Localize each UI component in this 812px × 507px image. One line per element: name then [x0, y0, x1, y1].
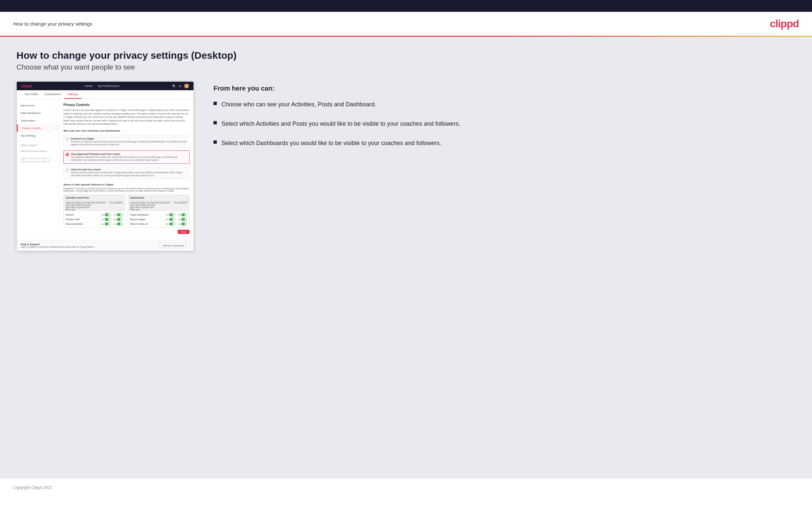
- radio-only-you-content: Only You and Your Coach Only you and the…: [71, 168, 187, 177]
- sidebar-item-subscription[interactable]: Subscription ›: [17, 117, 59, 124]
- manual-followers-track: [117, 223, 123, 225]
- bullet-icon: [213, 102, 217, 105]
- from-here-title: From here you can:: [213, 84, 796, 92]
- toggle-section-desc: Regardless of the privacy controls that …: [63, 187, 190, 192]
- player-followers-knob: [185, 214, 187, 216]
- radio-everyone[interactable]: Everyone on Clippd Everyone on Clippd ca…: [63, 135, 190, 148]
- toggle-row-player-dashboard: Player Dashboard ON ON: [130, 213, 187, 217]
- rounds-followers-track: [117, 213, 123, 216]
- rounds-followers-toggle[interactable]: ON: [113, 213, 123, 216]
- dashboards-panel-subheader: Select the types of activity that you'd …: [128, 201, 189, 211]
- what-to-work-label: What To Work On: [130, 223, 163, 225]
- sidebar-item-golf-bag[interactable]: My Golf Bag ›: [17, 132, 59, 139]
- activities-panel: Activities and Posts Select the types of…: [63, 194, 125, 228]
- sidebar-item-account[interactable]: My Account ›: [17, 102, 59, 109]
- player-coaches-track: [169, 213, 175, 216]
- activities-panel-subheader: Select the types of activity that you'd …: [64, 201, 125, 211]
- radio-followers-desc: Only approved followers and coaches you …: [71, 156, 187, 161]
- subnav-myprofile[interactable]: My Profile: [21, 90, 41, 99]
- radio-only-you-label: Only You and Your Coach: [71, 168, 187, 171]
- sidebar-item-help[interactable]: Help & Support ↗: [17, 143, 59, 148]
- mockup-description: Control how you and your data appears to…: [63, 109, 190, 126]
- bullet-text-3: Select which Dashboards you would like t…: [221, 139, 441, 148]
- radio-followers-coach[interactable]: Only Approved Followers and Your Coach O…: [63, 150, 190, 164]
- manual-coaches-toggle[interactable]: ON: [101, 223, 111, 225]
- radio-followers-label: Only Approved Followers and Your Coach: [71, 153, 187, 156]
- footer: Copyright Clippd 2022: [0, 478, 812, 496]
- sidebar-item-privacy[interactable]: Privacy Controls ›: [17, 124, 59, 132]
- round-followers-toggle[interactable]: ON: [178, 218, 187, 221]
- visit-community-button[interactable]: Visit Our Community ↗: [160, 243, 190, 248]
- dashboards-panel: Dashboards Select the types of activity …: [128, 194, 190, 228]
- sidebar-divider: [17, 141, 59, 141]
- mockup-logo: clippd: [21, 84, 32, 88]
- radio-only-you-desc: Only you and the coaches you connect wit…: [71, 171, 187, 177]
- coaches-label: COACHES: [95, 202, 105, 211]
- bullet-icon: [213, 140, 217, 144]
- rounds-coaches-knob: [108, 214, 110, 216]
- top-bar: [0, 0, 812, 12]
- radio-everyone-content: Everyone on Clippd Everyone on Clippd ca…: [71, 137, 187, 146]
- page-heading: How to change your privacy settings (Des…: [16, 50, 796, 61]
- what-followers-knob: [185, 223, 187, 225]
- settings-icon: ⚙: [179, 84, 182, 88]
- practice-coaches-toggle[interactable]: ON: [101, 218, 111, 221]
- rounds-coaches-track: [105, 213, 111, 216]
- sidebar-version: Clippd Client Version: 2022.8.2 SQL Serv…: [17, 154, 59, 166]
- player-coaches-on-label: ON: [165, 214, 168, 216]
- practice-followers-knob: [120, 218, 122, 221]
- mockup-nav-home: Home: [85, 84, 93, 88]
- mockup-nav-icons: 🔍 ⚙: [172, 84, 189, 88]
- footer-copyright: Copyright Clippd 2022: [13, 485, 52, 490]
- manual-coaches-on-label: ON: [101, 223, 104, 225]
- mockup-who-can-see-title: Who Can See Your Activities and Dashboar…: [63, 129, 190, 132]
- external-link-icon: ↗: [185, 244, 187, 247]
- practice-coaches-knob: [108, 218, 110, 221]
- player-coaches-toggle[interactable]: ON: [165, 213, 175, 216]
- chevron-right-icon: ›: [54, 127, 55, 130]
- header-title: How to change your privacy settings: [13, 21, 92, 26]
- what-coaches-knob: [172, 223, 175, 225]
- radio-dot-only-you: [66, 168, 69, 172]
- content-area: clippd Home My Performance 🔍 ⚙ My Profil…: [16, 81, 796, 251]
- player-followers-toggle[interactable]: ON: [178, 213, 187, 216]
- sidebar-item-golf-bag-label: My Golf Bag: [21, 134, 35, 137]
- mockup-toggle-section: Show or hide specific features in Clippd…: [63, 183, 190, 236]
- visit-community-label: Visit Our Community: [163, 244, 184, 247]
- rounds-coaches-toggle[interactable]: ON: [101, 213, 111, 216]
- manual-coaches-knob: [108, 223, 110, 225]
- main-content: How to change your privacy settings (Des…: [0, 37, 812, 478]
- manual-followers-toggle[interactable]: ON: [113, 223, 123, 225]
- mockup-nav-links: Home My Performance: [85, 84, 119, 88]
- screenshot-mockup: clippd Home My Performance 🔍 ⚙ My Profil…: [16, 81, 194, 251]
- sidebar-item-privacy-policy[interactable]: Service & Privacy Policy ↗: [17, 148, 59, 154]
- dashboards-desc-col: Select the types of activity that you'd …: [130, 202, 159, 211]
- radio-only-you[interactable]: Only You and Your Coach Only you and the…: [63, 166, 190, 179]
- toggle-row-manual-activities: Manual Activities ON ON: [66, 222, 123, 226]
- practice-coaches-track: [105, 218, 111, 221]
- radio-followers-content: Only Approved Followers and Your Coach O…: [71, 153, 187, 161]
- rounds-label: Rounds: [66, 214, 99, 216]
- followers-label: FOLLOWERS: [109, 202, 123, 211]
- sidebar-item-data-integrations[interactable]: Data Integrations ›: [17, 109, 59, 117]
- round-coaches-toggle[interactable]: ON: [165, 218, 175, 221]
- practice-followers-toggle[interactable]: ON: [113, 218, 123, 221]
- what-coaches-toggle[interactable]: ON: [165, 223, 175, 225]
- what-followers-toggle[interactable]: ON: [178, 223, 187, 225]
- activities-panel-body: Rounds ON ON: [64, 211, 125, 227]
- toggle-row-rounds: Rounds ON ON: [66, 213, 123, 217]
- save-button[interactable]: Save: [178, 230, 190, 234]
- what-followers-on-label: ON: [178, 223, 181, 225]
- player-followers-on-label: ON: [178, 214, 181, 216]
- bullet-list: Choose who can see your Activities, Post…: [213, 100, 796, 148]
- subnav-connections[interactable]: Connections: [41, 90, 64, 99]
- subnav-settings[interactable]: Settings: [64, 90, 82, 99]
- round-insights-label: Round Insights: [130, 218, 163, 221]
- bullet-text-1: Choose who can see your Activities, Post…: [221, 100, 376, 109]
- rounds-coaches-on-label: ON: [101, 214, 104, 216]
- chevron-right-icon: ›: [54, 119, 55, 122]
- toggle-row-what-to-work: What To Work On ON ON: [130, 222, 187, 226]
- dashboards-coaches-label: COACHES: [159, 202, 170, 211]
- mockup-help-desc: Visit our Clippd community to troublesho…: [21, 246, 95, 248]
- manual-activities-label: Manual Activities: [66, 223, 99, 225]
